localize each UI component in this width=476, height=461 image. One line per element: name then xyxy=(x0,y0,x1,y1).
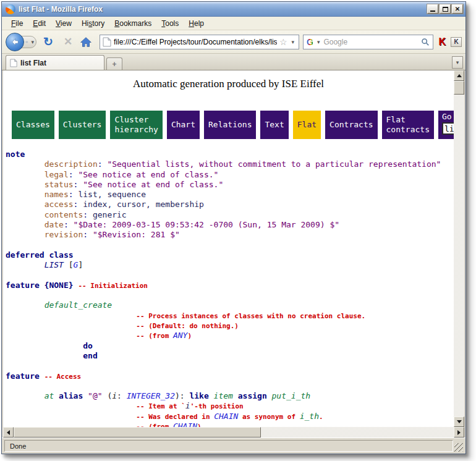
search-bar[interactable]: G ▾ xyxy=(303,35,433,49)
code-text: ): xyxy=(175,391,189,400)
code-text: do xyxy=(83,341,93,350)
maximize-icon xyxy=(443,7,448,12)
title-bar: list Flat - Mozilla Firefox ✕ xyxy=(2,2,465,17)
class-link[interactable]: CHAIN xyxy=(214,412,238,421)
code-text: status xyxy=(45,180,74,189)
class-link[interactable]: ANY xyxy=(173,331,187,340)
menu-bar: FileEditViewHistoryBookmarksToolsHelp xyxy=(2,17,465,30)
code-text: ) xyxy=(197,423,202,427)
vertical-scroll-thumb[interactable] xyxy=(454,81,464,95)
horizontal-scrollbar[interactable] xyxy=(3,427,464,438)
scroll-down-button[interactable] xyxy=(454,417,464,427)
navigation-toolbar: ▾ ↻ ✕ ☆ ▾ G ▾ K K xyxy=(2,30,465,54)
nav-button-text[interactable]: Text xyxy=(260,111,288,139)
search-icon[interactable] xyxy=(421,38,430,46)
search-input[interactable] xyxy=(323,38,419,46)
new-tab-button[interactable]: + xyxy=(106,57,122,70)
code-text xyxy=(6,351,83,360)
feature-name: item xyxy=(214,391,233,400)
code-text: '-th position xyxy=(190,402,244,410)
horizontal-scroll-thumb[interactable] xyxy=(14,427,261,438)
tab-list-flat[interactable]: list Flat xyxy=(6,55,104,70)
nav-button-flat-contracts[interactable]: Flat contracts xyxy=(382,111,434,139)
code-line: -- Was declared in CHAIN as synonym of i… xyxy=(6,412,454,421)
code-line: default_create xyxy=(6,300,454,310)
tab-list-dropdown-button[interactable]: ▾ xyxy=(452,56,463,69)
code-line: names: list, sequence xyxy=(6,190,454,200)
code-line: end xyxy=(6,351,454,361)
nav-button-chart[interactable]: Chart xyxy=(167,111,200,139)
code-line: do xyxy=(6,341,454,351)
page-icon xyxy=(103,37,111,47)
k-addon-button[interactable]: K xyxy=(451,37,462,47)
history-dropdown-icon[interactable]: ▾ xyxy=(29,39,36,45)
nav-button-flat[interactable]: Flat xyxy=(293,111,321,139)
maximize-button[interactable] xyxy=(440,4,451,14)
home-button[interactable] xyxy=(80,36,96,48)
menu-help[interactable]: Help xyxy=(184,18,208,29)
scroll-right-button[interactable] xyxy=(454,427,464,438)
code-text xyxy=(54,391,59,400)
kaspersky-addon-icon[interactable]: K xyxy=(437,36,447,48)
vertical-scrollbar[interactable] xyxy=(454,70,464,427)
menu-tools[interactable]: Tools xyxy=(157,18,183,29)
firefox-icon xyxy=(6,4,15,14)
close-button[interactable]: ✕ xyxy=(452,4,463,14)
resize-grip[interactable] xyxy=(454,443,463,452)
url-dropdown-icon[interactable]: ▾ xyxy=(289,39,296,45)
code-text: : xyxy=(98,159,108,169)
code-text xyxy=(6,421,136,427)
back-arrow-icon xyxy=(11,38,19,46)
menu-view[interactable]: View xyxy=(51,18,76,29)
nav-button-cluster-hierarchy[interactable]: Cluster hierarchy xyxy=(110,111,162,139)
code-text xyxy=(6,230,45,239)
code-text xyxy=(6,321,136,330)
code-line: date: "$Date: 2009-03-15 09:53:42 -0700 … xyxy=(6,220,454,230)
code-line: access: index, cursor, membership xyxy=(6,200,454,209)
nav-button-relations[interactable]: Relations xyxy=(204,111,256,139)
minimize-button[interactable] xyxy=(427,4,438,14)
feature-name: i_th xyxy=(300,412,319,421)
vertical-scroll-track[interactable] xyxy=(454,95,464,417)
code-text xyxy=(6,331,136,340)
class-link[interactable]: CHAIN xyxy=(173,421,197,427)
right-arrow-icon xyxy=(457,430,461,435)
code-text: date xyxy=(45,220,64,229)
menu-edit[interactable]: Edit xyxy=(28,18,50,29)
code-text xyxy=(267,391,272,400)
nav-button-contracts[interactable]: Contracts xyxy=(325,111,377,139)
code-line: -- Process instances of classes with no … xyxy=(6,311,454,321)
status-text: Done xyxy=(4,440,453,452)
feature-name: at xyxy=(45,391,54,400)
scroll-left-button[interactable] xyxy=(3,427,14,438)
stop-button[interactable]: ✕ xyxy=(60,36,76,47)
location-bar[interactable]: ☆ ▾ xyxy=(100,35,299,49)
search-engine-dropdown-icon[interactable]: ▾ xyxy=(315,39,322,45)
browser-window: list Flat - Mozilla Firefox ✕ FileEditVi… xyxy=(1,1,466,454)
horizontal-scroll-track[interactable] xyxy=(261,427,454,438)
nav-button-classes[interactable]: Classes xyxy=(12,111,54,139)
goto-input[interactable] xyxy=(442,122,454,135)
scroll-up-button[interactable] xyxy=(454,70,464,81)
reload-button[interactable]: ↻ xyxy=(40,36,56,48)
menu-history[interactable]: History xyxy=(77,18,109,29)
tab-label: list Flat xyxy=(20,59,46,67)
back-button[interactable] xyxy=(6,33,24,51)
code-text: as synonym of xyxy=(238,413,299,421)
code-text: feature {NONE} xyxy=(6,281,78,290)
menu-bookmarks[interactable]: Bookmarks xyxy=(110,18,156,29)
status-bar: Done xyxy=(2,438,465,454)
nav-button-clusters[interactable]: Clusters xyxy=(59,111,106,139)
code-text xyxy=(233,391,238,400)
code-text: description xyxy=(45,159,98,169)
bookmark-star-icon[interactable]: ☆ xyxy=(279,38,287,46)
code-text: contents xyxy=(45,210,83,219)
code-text xyxy=(6,210,45,219)
code-text xyxy=(6,300,45,310)
code-text: deferred class xyxy=(6,250,74,260)
code-text: : xyxy=(74,200,83,209)
code-line: status: "See notice at end of class." xyxy=(6,180,454,190)
menu-file[interactable]: File xyxy=(7,18,27,29)
url-input[interactable] xyxy=(114,38,277,46)
class-link[interactable]: INTEGER_32 xyxy=(127,391,175,400)
